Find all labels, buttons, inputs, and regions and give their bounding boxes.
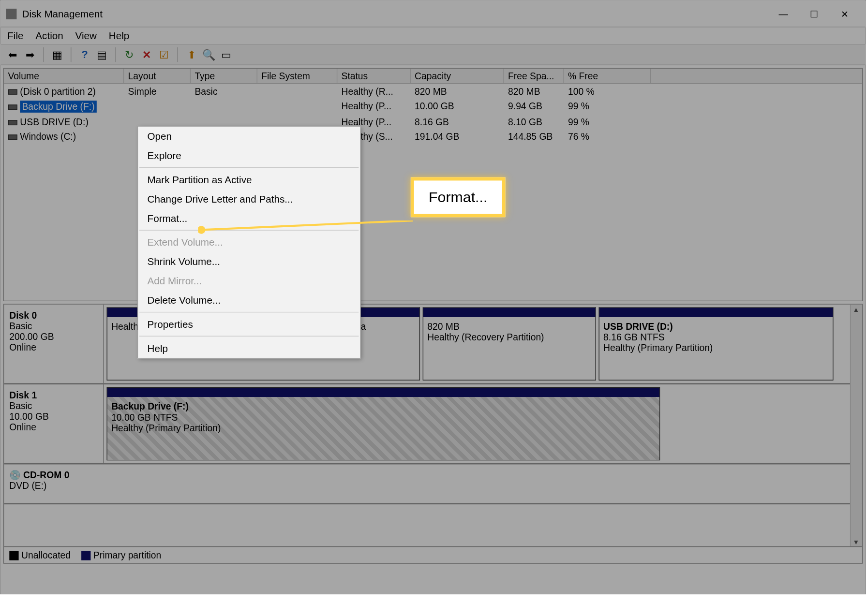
props-icon[interactable]: ▭	[219, 48, 233, 61]
menu-help[interactable]: Help	[109, 30, 130, 41]
legend: Unallocated Primary partition	[4, 546, 862, 563]
menu-action[interactable]: Action	[35, 30, 63, 41]
callout-format: Format...	[411, 177, 506, 218]
maximize-button[interactable]: ☐	[799, 3, 829, 24]
disk-graphic: Disk 0 Basic 200.00 GB Online Healthy (S…	[3, 304, 863, 563]
table-header: Volume Layout Type File System Status Ca…	[4, 69, 862, 84]
table-row[interactable]: (Disk 0 partition 2)SimpleBasicHealthy (…	[4, 84, 862, 99]
col-capacity[interactable]: Capacity	[411, 69, 504, 83]
cdrom-label[interactable]: 💿 CD-ROM 0 DVD (E:)	[4, 464, 104, 503]
check-icon[interactable]: ☑	[157, 48, 171, 61]
disk-row-0: Disk 0 Basic 200.00 GB Online Healthy (S…	[4, 305, 862, 384]
titlebar: Disk Management — ☐ ✕	[0, 0, 865, 27]
list-icon[interactable]: ▤	[95, 48, 109, 61]
forward-icon[interactable]: ➡	[23, 48, 37, 61]
ctx-format[interactable]: Format...	[138, 208, 360, 228]
back-icon[interactable]: ⬅	[6, 48, 19, 61]
col-type[interactable]: Type	[191, 69, 257, 83]
ctx-open[interactable]: Open	[138, 127, 360, 146]
disk-row-1: Disk 1 Basic 10.00 GB Online Backup Driv…	[4, 384, 862, 464]
partition[interactable]: USB DRIVE (D:)8.16 GB NTFSHealthy (Prima…	[598, 307, 833, 381]
table-row[interactable]: USB DRIVE (D:)Healthy (P...8.16 GB8.10 G…	[4, 115, 862, 129]
grid-icon[interactable]: ▦	[51, 48, 64, 61]
ctx-explore[interactable]: Explore	[138, 146, 360, 165]
col-pctfree[interactable]: % Free	[564, 69, 651, 83]
col-status[interactable]: Status	[337, 69, 411, 83]
menubar: File Action View Help	[0, 27, 865, 44]
app-icon	[6, 8, 16, 19]
scrollbar[interactable]	[850, 305, 862, 547]
context-menu: Open Explore Mark Partition as Active Ch…	[137, 126, 361, 358]
ctx-change-letter[interactable]: Change Drive Letter and Paths...	[138, 189, 360, 208]
ctx-properties[interactable]: Properties	[138, 314, 360, 334]
col-filesystem[interactable]: File System	[257, 69, 337, 83]
partition[interactable]: 820 MBHealthy (Recovery Partition)	[423, 307, 596, 381]
refresh-icon[interactable]: ↻	[123, 48, 136, 61]
window-title: Disk Management	[22, 8, 768, 19]
menu-file[interactable]: File	[7, 30, 23, 41]
disk-1-partitions: Backup Drive (F:)10.00 GB NTFSHealthy (P…	[104, 384, 862, 463]
ctx-shrink[interactable]: Shrink Volume...	[138, 252, 360, 271]
up-icon[interactable]: ⬆	[185, 48, 198, 61]
ctx-extend: Extend Volume...	[138, 233, 360, 252]
col-volume[interactable]: Volume	[4, 69, 124, 83]
minimize-button[interactable]: —	[768, 3, 798, 24]
partition[interactable]: Backup Drive (F:)10.00 GB NTFSHealthy (P…	[106, 387, 660, 461]
ctx-mark-active[interactable]: Mark Partition as Active	[138, 170, 360, 189]
disk-0-label[interactable]: Disk 0 Basic 200.00 GB Online	[4, 305, 104, 383]
close-button[interactable]: ✕	[829, 3, 860, 24]
delete-icon[interactable]: ✕	[140, 48, 153, 61]
table-row[interactable]: Backup Drive (F:)Healthy (P...10.00 GB9.…	[4, 99, 862, 115]
search-icon[interactable]: 🔍	[202, 48, 216, 61]
disk-1-label[interactable]: Disk 1 Basic 10.00 GB Online	[4, 384, 104, 463]
ctx-help[interactable]: Help	[138, 338, 360, 358]
disk-row-cd: 💿 CD-ROM 0 DVD (E:)	[4, 464, 862, 504]
col-layout[interactable]: Layout	[124, 69, 191, 83]
col-freespace[interactable]: Free Spa...	[504, 69, 564, 83]
table-row[interactable]: Windows (C:)Healthy (S...191.04 GB144.85…	[4, 129, 862, 144]
ctx-mirror: Add Mirror...	[138, 271, 360, 291]
toolbar: ⬅ ➡ ▦ ? ▤ ↻ ✕ ☑ ⬆ 🔍 ▭	[0, 44, 865, 65]
help-icon[interactable]: ?	[78, 48, 91, 61]
menu-view[interactable]: View	[75, 30, 97, 41]
ctx-delete[interactable]: Delete Volume...	[138, 291, 360, 310]
